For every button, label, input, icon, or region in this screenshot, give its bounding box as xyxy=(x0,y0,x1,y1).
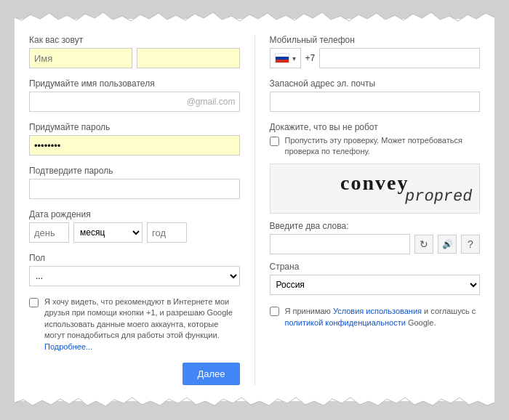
help-icon: ? xyxy=(468,238,473,250)
dob-label: Дата рождения xyxy=(29,209,240,219)
gmail-suffix: @gmail.com xyxy=(187,97,236,107)
phone-prefix: +7 xyxy=(305,53,316,63)
captcha-help-button[interactable]: ? xyxy=(461,235,480,254)
confirm-input[interactable] xyxy=(29,179,240,199)
captcha-section-label: Докажите, что вы не робот xyxy=(270,122,481,132)
terms-link[interactable]: Условия использования xyxy=(333,307,422,315)
captcha-image: convey propred xyxy=(270,163,481,214)
captcha-skip-checkbox[interactable] xyxy=(270,137,279,146)
captcha-skip-group: Пропустить эту проверку. Может потребова… xyxy=(270,135,481,158)
backup-email-input[interactable] xyxy=(270,92,481,112)
username-wrap: @gmail.com xyxy=(29,92,240,112)
social-checkbox[interactable] xyxy=(29,298,39,307)
privacy-link[interactable]: политикой конфиденциальности xyxy=(285,318,406,327)
captcha-input-label: Введите два слова: xyxy=(270,221,481,231)
more-link[interactable]: Подробнее... xyxy=(44,342,92,351)
flag-ru-icon xyxy=(275,53,289,63)
phone-label: Мобильный телефон xyxy=(270,35,481,45)
terms-checkbox-group: Я принимаю Условия использования и согла… xyxy=(270,305,481,329)
dob-month-select[interactable]: месяц январь февраль март апрель май июн… xyxy=(73,222,143,243)
phone-input[interactable] xyxy=(319,48,480,68)
name-row xyxy=(29,48,240,68)
social-checkbox-text: Я хочу видеть, что рекомендуют в Интерне… xyxy=(44,296,240,352)
captcha-refresh-button[interactable]: ↻ xyxy=(414,235,433,254)
captcha-skip-text: Пропустить эту проверку. Может потребова… xyxy=(285,135,481,158)
confirm-label: Подтвердите пароль xyxy=(29,166,240,176)
first-name-input[interactable] xyxy=(29,48,132,68)
captcha-input[interactable] xyxy=(270,234,411,254)
backup-email-label: Запасной адрес эл. почты xyxy=(270,78,481,89)
password-input[interactable] xyxy=(29,135,240,156)
next-btn-row: Далее xyxy=(29,363,240,385)
social-checkbox-group: Я хочу видеть, что рекомендуют в Интерне… xyxy=(29,296,240,352)
captcha-audio-button[interactable]: 🔊 xyxy=(438,235,457,254)
refresh-icon: ↻ xyxy=(420,238,428,250)
dob-row: месяц январь февраль март апрель май июн… xyxy=(29,222,240,243)
name-label: Как вас зовут xyxy=(29,35,240,45)
next-button[interactable]: Далее xyxy=(183,363,239,385)
last-name-input[interactable] xyxy=(137,48,240,68)
audio-icon: 🔊 xyxy=(442,239,453,249)
terms-text: Я принимаю Условия использования и согла… xyxy=(285,305,481,329)
phone-row: ▾ +7 xyxy=(270,48,481,68)
country-select[interactable]: Россия США Германия xyxy=(270,275,481,295)
country-label: Страна xyxy=(270,262,481,272)
gender-select[interactable]: ... Мужской Женский Другой xyxy=(29,266,240,286)
username-label: Придумайте имя пользователя xyxy=(29,78,240,89)
captcha-input-row: ↻ 🔊 ? xyxy=(270,234,481,254)
dropdown-arrow-icon: ▾ xyxy=(292,54,296,62)
country-flag-button[interactable]: ▾ xyxy=(270,48,301,68)
dob-year-input[interactable] xyxy=(147,222,187,243)
terms-checkbox[interactable] xyxy=(270,307,279,316)
password-label: Придумайте пароль xyxy=(29,122,240,132)
gender-label: Пол xyxy=(29,253,240,263)
dob-day-input[interactable] xyxy=(29,222,69,243)
